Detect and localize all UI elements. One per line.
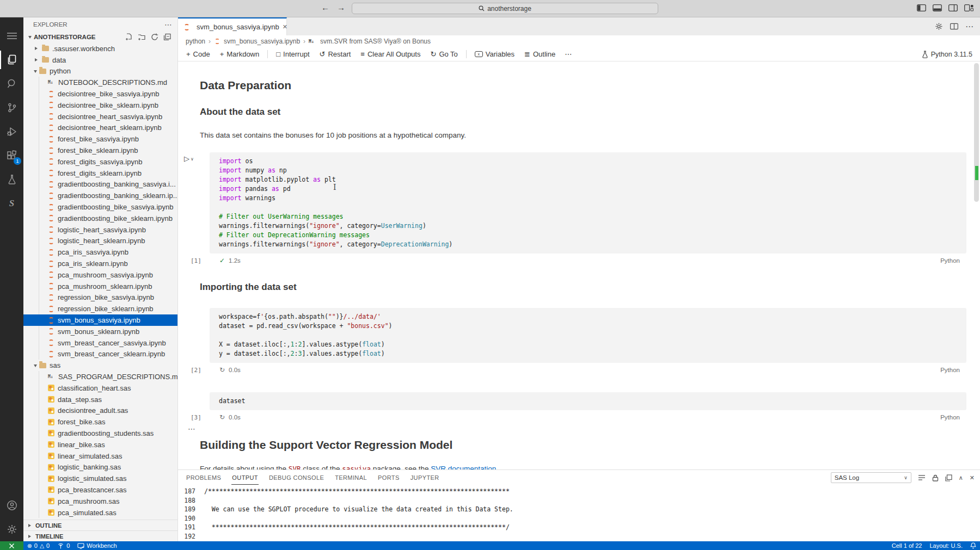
tree-item-data_step.sas[interactable]: data_step.sas: [23, 394, 177, 405]
interrupt-button[interactable]: □Interrupt: [272, 49, 313, 59]
tree-item-sas[interactable]: sas: [23, 360, 177, 371]
lock-icon[interactable]: [932, 474, 939, 481]
clear-all-outputs-button[interactable]: ≡Clear All Outputs: [357, 49, 424, 59]
new-folder-icon[interactable]: [138, 33, 146, 41]
settings-gear-icon[interactable]: [0, 517, 23, 541]
tab-ports[interactable]: PORTS: [377, 471, 400, 484]
kernel-picker[interactable]: Python 3.11.5: [922, 51, 972, 58]
tree-item-linear_bike.sas[interactable]: linear_bike.sas: [23, 439, 177, 450]
tree-item-gradientboosting_banking_sklearn.ip...[interactable]: gradientboosting_banking_sklearn.ip...: [23, 190, 177, 201]
svr-documentation-link[interactable]: SVR documentation.: [431, 465, 498, 469]
breadcrumb-file[interactable]: svm_bonus_sasviya.ipynb: [224, 38, 300, 45]
tree-item-forest_digits_sasviya.ipynb[interactable]: forest_digits_sasviya.ipynb: [23, 156, 177, 168]
gear-icon[interactable]: [935, 22, 943, 30]
tree-item-decisiontree_adult.sas[interactable]: decisiontree_adult.sas: [23, 405, 177, 417]
extensions-icon[interactable]: 1: [0, 144, 23, 168]
tree-item-linear_simulated.sas[interactable]: linear_simulated.sas: [23, 450, 177, 462]
tree-item-pca_iris_sasviya.ipynb[interactable]: pca_iris_sasviya.ipynb: [23, 246, 177, 258]
cell-1-code[interactable]: import osimport numpy as npimport matplo…: [210, 152, 966, 254]
add-code-cell-button[interactable]: +Code: [182, 49, 214, 59]
tree-item-gradientboosting_bike_sklearn.ipynb[interactable]: gradientboosting_bike_sklearn.ipynb: [23, 213, 177, 224]
tree-item-gradientboosting_banking_sasviya.i...[interactable]: gradientboosting_banking_sasviya.i...: [23, 179, 177, 190]
tree-item-data[interactable]: data: [23, 54, 177, 66]
tree-item-decisiontree_bike_sasviya.ipynb[interactable]: decisiontree_bike_sasviya.ipynb: [23, 88, 177, 100]
tree-item-forest_bike.sas[interactable]: forest_bike.sas: [23, 416, 177, 428]
tree-item-decisiontree_heart_sklearn.ipynb[interactable]: decisiontree_heart_sklearn.ipynb: [23, 122, 177, 134]
output-log[interactable]: 187/************************************…: [178, 485, 980, 541]
output-channel-select[interactable]: SAS Log ∨: [831, 472, 911, 483]
explorer-more-icon[interactable]: ⋯: [164, 20, 172, 29]
notifications-bell[interactable]: [966, 541, 980, 550]
breadcrumb-folder[interactable]: python: [186, 38, 205, 45]
tree-item-logistic_simulated.sas[interactable]: logistic_simulated.sas: [23, 473, 177, 484]
notebook-editor[interactable]: Data Preparation About the data set This…: [178, 61, 980, 469]
tree-item-pca_mushroom_sklearn.ipynb[interactable]: pca_mushroom_sklearn.ipynb: [23, 281, 177, 292]
refresh-explorer-icon[interactable]: [151, 33, 158, 41]
tree-item-gradientboosting_bike_sasviya.ipynb[interactable]: gradientboosting_bike_sasviya.ipynb: [23, 201, 177, 213]
ports-status[interactable]: 0: [53, 541, 74, 550]
toggle-panel-icon[interactable]: [933, 4, 942, 11]
tree-item-decisiontree_bike_sklearn.ipynb[interactable]: decisiontree_bike_sklearn.ipynb: [23, 100, 177, 111]
tree-item-logistic_heart_sasviya.ipynb[interactable]: logistic_heart_sasviya.ipynb: [23, 224, 177, 236]
tab-terminal[interactable]: TERMINAL: [334, 471, 367, 484]
collapsed-cells-indicator[interactable]: ⋯: [188, 424, 966, 433]
workspace-root[interactable]: ANOTHERSTORAGE: [23, 31, 177, 43]
open-in-editor-icon[interactable]: [945, 474, 952, 481]
maximize-panel-icon[interactable]: ∧: [959, 474, 963, 481]
timeline-section[interactable]: TIMELINE: [23, 530, 177, 541]
tree-item-gradientboosting_students.sas[interactable]: gradientboosting_students.sas: [23, 428, 177, 439]
tree-item-svm_breast_cancer_sklearn.ipynb[interactable]: svm_breast_cancer_sklearn.ipynb: [23, 349, 177, 360]
split-editor-icon[interactable]: [950, 23, 958, 30]
search-command-center[interactable]: anotherstorage: [352, 3, 658, 14]
tree-item-svm_breast_cancer_sasviya.ipynb[interactable]: svm_breast_cancer_sasviya.ipynb: [23, 337, 177, 349]
run-cell-button[interactable]: ▷∨: [184, 155, 194, 163]
sas-extension-icon[interactable]: S: [0, 191, 23, 215]
tree-item-svm_bonus_sasviya.ipynb[interactable]: svm_bonus_sasviya.ipynb: [23, 314, 177, 326]
tree-item-decisiontree_heart_sasviya.ipynb[interactable]: decisiontree_heart_sasviya.ipynb: [23, 111, 177, 122]
tree-item-pca_iris_sklearn.ipynb[interactable]: pca_iris_sklearn.ipynb: [23, 258, 177, 269]
cell-2-code[interactable]: workspace=f'{os.path.abspath("")}/../dat…: [210, 308, 966, 363]
tree-item-NOTEBOOK_DESCRIPTIONS.md[interactable]: M↓NOTEBOOK_DESCRIPTIONS.md: [23, 77, 177, 88]
nav-back-icon[interactable]: ←: [321, 3, 329, 12]
tree-item-regression_bike_sklearn.ipynb[interactable]: regression_bike_sklearn.ipynb: [23, 303, 177, 314]
remote-indicator[interactable]: [0, 541, 23, 550]
variables-button[interactable]: xVariables: [471, 49, 518, 59]
run-debug-icon[interactable]: [0, 120, 23, 144]
tree-item-forest_digits_sklearn.ipynb[interactable]: forest_digits_sklearn.ipynb: [23, 168, 177, 179]
tree-item-.sasuser.workbench[interactable]: .sasuser.workbench: [23, 43, 177, 54]
testing-icon[interactable]: [0, 168, 23, 191]
tab-close-icon[interactable]: ✕: [283, 23, 287, 30]
tree-item-SAS_PROGRAM_DESCRIPTIONS.md[interactable]: M↓SAS_PROGRAM_DESCRIPTIONS.md: [23, 371, 177, 382]
menu-icon[interactable]: [0, 24, 23, 48]
tree-item-forest_bike_sasviya.ipynb[interactable]: forest_bike_sasviya.ipynb: [23, 133, 177, 145]
tree-item-pca_mushroom_sasviya.ipynb[interactable]: pca_mushroom_sasviya.ipynb: [23, 269, 177, 281]
tab-debug-console[interactable]: DEBUG CONSOLE: [268, 471, 324, 484]
add-markdown-cell-button[interactable]: +Markdown: [216, 49, 264, 59]
tab-svm-bonus-sasviya[interactable]: svm_bonus_sasviya.ipynb ✕: [178, 17, 287, 35]
collapse-all-icon[interactable]: [163, 33, 171, 41]
account-icon[interactable]: [0, 493, 23, 517]
explorer-icon[interactable]: [0, 48, 23, 72]
clear-output-icon[interactable]: [918, 474, 926, 481]
cell-indicator[interactable]: Cell 1 of 22: [888, 541, 926, 550]
tab-problems[interactable]: PROBLEMS: [186, 471, 222, 484]
tree-item-regression_bike_sasviya.ipynb[interactable]: regression_bike_sasviya.ipynb: [23, 292, 177, 304]
outline-section[interactable]: OUTLINE: [23, 520, 177, 530]
tree-item-svm_bonus_sklearn.ipynb[interactable]: svm_bonus_sklearn.ipynb: [23, 326, 177, 337]
tree-item-logistic_heart_sklearn.ipynb[interactable]: logistic_heart_sklearn.ipynb: [23, 236, 177, 247]
tree-item-forest_bike_sklearn.ipynb[interactable]: forest_bike_sklearn.ipynb: [23, 145, 177, 156]
code-cell-3[interactable]: dataset [3] ↻ 0.0s Python: [210, 392, 966, 422]
source-control-icon[interactable]: [0, 96, 23, 120]
new-file-icon[interactable]: [125, 33, 133, 41]
layout-indicator[interactable]: Layout: U.S.: [926, 541, 966, 550]
tab-output[interactable]: OUTPUT: [231, 471, 259, 485]
breadcrumb-cell[interactable]: svm.SVR from SAS® Viya® on Bonus: [320, 38, 431, 45]
tree-item-pca_breastcancer.sas[interactable]: pca_breastcancer.sas: [23, 484, 177, 496]
tab-jupyter[interactable]: JUPYTER: [410, 471, 440, 484]
toolbar-more-icon[interactable]: ⋯: [561, 50, 575, 58]
toggle-secondary-sidebar-icon[interactable]: [948, 4, 958, 11]
more-actions-icon[interactable]: ⋯: [965, 22, 973, 32]
outline-button[interactable]: ≣Outline: [520, 49, 559, 59]
workbench-status[interactable]: Workbench: [74, 541, 120, 550]
notebook-scrollbar[interactable]: [974, 63, 979, 202]
